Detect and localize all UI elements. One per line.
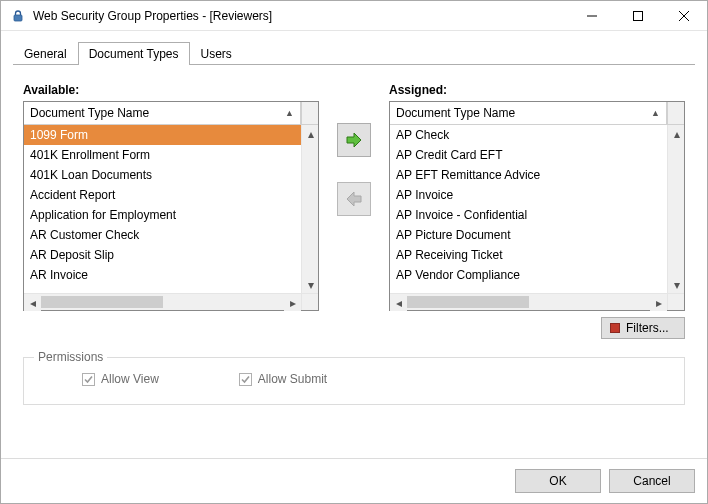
tab-document-types[interactable]: Document Types: [78, 42, 190, 65]
filters-button[interactable]: Filters...: [601, 317, 685, 339]
list-item[interactable]: AP EFT Remittance Advice: [390, 165, 667, 185]
available-hscrollbar[interactable]: ◂ ▸: [24, 293, 318, 310]
list-item[interactable]: Accident Report: [24, 185, 301, 205]
svg-rect-1: [634, 11, 643, 20]
scroll-thumb[interactable]: [407, 296, 529, 308]
available-items: 1099 Form401K Enrollment Form401K Loan D…: [24, 125, 301, 293]
ok-button[interactable]: OK: [515, 469, 601, 493]
assigned-hscrollbar[interactable]: ◂ ▸: [390, 293, 684, 310]
header-spacer: [301, 102, 318, 124]
scroll-down-icon[interactable]: ▾: [668, 276, 684, 293]
assigned-vscrollbar[interactable]: ▴ ▾: [667, 125, 684, 293]
scroll-track[interactable]: [302, 142, 318, 276]
tab-users[interactable]: Users: [190, 42, 243, 65]
content-area: Available: Document Type Name ▲ 1099 For…: [1, 65, 707, 458]
assigned-header-row: Document Type Name ▲: [390, 102, 684, 125]
close-button[interactable]: [661, 1, 707, 30]
list-item[interactable]: AP Invoice - Confidential: [390, 205, 667, 225]
filter-icon: [610, 323, 620, 333]
available-header-cell[interactable]: Document Type Name ▲: [24, 102, 301, 124]
list-item[interactable]: AR Customer Check: [24, 225, 301, 245]
scroll-corner: [667, 294, 684, 310]
available-vscrollbar[interactable]: ▴ ▾: [301, 125, 318, 293]
permissions-group: Permissions Allow View Allow Submit: [23, 357, 685, 405]
dialog-window: Web Security Group Properties - [Reviewe…: [0, 0, 708, 504]
window-title: Web Security Group Properties - [Reviewe…: [33, 9, 569, 23]
titlebar: Web Security Group Properties - [Reviewe…: [1, 1, 707, 31]
assigned-column: Assigned: Document Type Name ▲ AP CheckA…: [389, 83, 685, 339]
available-listbox[interactable]: Document Type Name ▲ 1099 Form401K Enrol…: [23, 101, 319, 311]
list-item[interactable]: AP Picture Document: [390, 225, 667, 245]
list-item[interactable]: AP Check: [390, 125, 667, 145]
list-item[interactable]: 1099 Form: [24, 125, 301, 145]
transfer-buttons: [319, 83, 389, 216]
list-item[interactable]: AR Invoice: [24, 265, 301, 285]
lock-icon: [9, 9, 27, 23]
sort-asc-icon: ▲: [651, 108, 660, 118]
assigned-label: Assigned:: [389, 83, 685, 97]
available-label: Available:: [23, 83, 319, 97]
assign-button[interactable]: [337, 123, 371, 157]
scroll-track[interactable]: [41, 294, 284, 310]
unassign-button[interactable]: [337, 182, 371, 216]
list-item[interactable]: AP Invoice: [390, 185, 667, 205]
list-item[interactable]: AP Receiving Ticket: [390, 245, 667, 265]
list-item[interactable]: AP Vendor Compliance: [390, 265, 667, 285]
dialog-footer: OK Cancel: [1, 458, 707, 503]
tab-general[interactable]: General: [13, 42, 78, 65]
list-item[interactable]: 401K Enrollment Form: [24, 145, 301, 165]
list-item[interactable]: 401K Loan Documents: [24, 165, 301, 185]
minimize-button[interactable]: [569, 1, 615, 30]
assigned-header-cell[interactable]: Document Type Name ▲: [390, 102, 667, 124]
tabs: General Document Types Users: [1, 31, 707, 65]
scroll-down-icon[interactable]: ▾: [302, 276, 318, 293]
lists-row: Available: Document Type Name ▲ 1099 For…: [23, 83, 685, 339]
assigned-items: AP CheckAP Credit Card EFTAP EFT Remitta…: [390, 125, 667, 293]
available-header-row: Document Type Name ▲: [24, 102, 318, 125]
header-spacer: [667, 102, 684, 124]
allow-submit-checkbox[interactable]: Allow Submit: [239, 372, 327, 386]
checkbox-box: [82, 373, 95, 386]
scroll-track[interactable]: [668, 142, 684, 276]
scroll-track[interactable]: [407, 294, 650, 310]
allow-view-label: Allow View: [101, 372, 159, 386]
scroll-up-icon[interactable]: ▴: [302, 125, 318, 142]
assigned-header-text: Document Type Name: [396, 106, 515, 120]
allow-submit-label: Allow Submit: [258, 372, 327, 386]
list-item[interactable]: Application for Employment: [24, 205, 301, 225]
scroll-left-icon[interactable]: ◂: [24, 294, 41, 311]
permissions-legend: Permissions: [34, 350, 107, 364]
filters-button-label: Filters...: [626, 321, 669, 335]
maximize-button[interactable]: [615, 1, 661, 30]
scroll-left-icon[interactable]: ◂: [390, 294, 407, 311]
scroll-right-icon[interactable]: ▸: [650, 294, 667, 311]
svg-rect-0: [14, 15, 22, 21]
scroll-right-icon[interactable]: ▸: [284, 294, 301, 311]
list-item[interactable]: AP Credit Card EFT: [390, 145, 667, 165]
list-item[interactable]: AR Deposit Slip: [24, 245, 301, 265]
allow-view-checkbox[interactable]: Allow View: [82, 372, 159, 386]
scroll-corner: [301, 294, 318, 310]
assigned-listbox[interactable]: Document Type Name ▲ AP CheckAP Credit C…: [389, 101, 685, 311]
window-controls: [569, 1, 707, 30]
cancel-button[interactable]: Cancel: [609, 469, 695, 493]
available-header-text: Document Type Name: [30, 106, 149, 120]
checkbox-box: [239, 373, 252, 386]
scroll-up-icon[interactable]: ▴: [668, 125, 684, 142]
scroll-thumb[interactable]: [41, 296, 163, 308]
sort-asc-icon: ▲: [285, 108, 294, 118]
available-column: Available: Document Type Name ▲ 1099 For…: [23, 83, 319, 311]
